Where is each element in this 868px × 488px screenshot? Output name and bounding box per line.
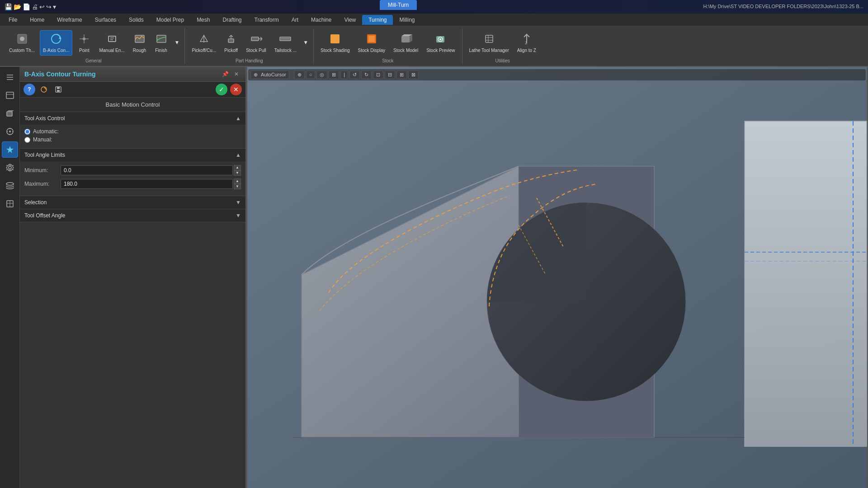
save-template-button[interactable] <box>52 84 64 95</box>
panel-title: B-Axis Contour Turning <box>24 70 96 78</box>
tab-home[interactable]: Home <box>24 15 51 25</box>
quick-access-toolbar[interactable]: 💾 📂 📄 🖨 ↩ ↪ ▾ <box>5 3 56 10</box>
tab-wireframe[interactable]: Wireframe <box>51 15 88 25</box>
ok-cancel-row: ✓ ✕ <box>216 84 242 95</box>
sidebar-icon-solids[interactable] <box>2 105 18 122</box>
tool-axis-control-toggle[interactable]: ▲ <box>236 115 241 122</box>
stock-pull-button[interactable]: Stock Pull <box>243 30 269 56</box>
stock-pull-label: Stock Pull <box>246 48 266 53</box>
vp-tool-9[interactable]: ⊞ <box>396 70 407 79</box>
align-to-z-icon: Z <box>520 33 533 47</box>
sidebar-icon-operations[interactable] <box>2 69 18 85</box>
tool-angle-limits-toggle[interactable]: ▲ <box>236 152 241 158</box>
tab-surfaces[interactable]: Surfaces <box>89 15 123 25</box>
tab-machine[interactable]: Machine <box>305 15 338 25</box>
autocursor-button[interactable]: ⊕ AutoCursor <box>250 70 289 79</box>
redo-icon[interactable]: ↪ <box>46 3 52 10</box>
pickoff-label: Pickoff <box>224 48 238 53</box>
tool-angle-limits-header[interactable]: Tool Angle Limits ▲ <box>20 149 245 161</box>
automatic-radio[interactable] <box>24 129 30 135</box>
svg-rect-16 <box>330 34 340 43</box>
autocursor-icon: ⊕ <box>254 72 258 77</box>
tab-turning[interactable]: Turning <box>362 15 393 25</box>
pin-icon[interactable]: 📌 <box>221 70 230 79</box>
close-panel-icon[interactable]: ✕ <box>232 70 241 79</box>
tool-offset-angle-header[interactable]: Tool Offset Angle ▼ <box>20 209 245 222</box>
cancel-button[interactable]: ✕ <box>230 84 242 95</box>
manual-radio[interactable] <box>24 137 30 143</box>
point-button[interactable]: Point <box>74 30 94 56</box>
ok-button[interactable]: ✓ <box>216 84 227 95</box>
vp-tool-8[interactable]: ⊟ <box>385 70 395 79</box>
selection-header[interactable]: Selection ▼ <box>20 196 245 209</box>
tab-file[interactable]: File <box>2 15 24 25</box>
manual-label: Manual: <box>33 136 52 143</box>
align-to-z-button[interactable]: Z Align to Z <box>514 30 539 56</box>
stock-display-button[interactable]: Stock Display <box>355 30 389 56</box>
b-axis-con-button[interactable]: B-Axis Con... <box>40 30 72 56</box>
sidebar-icon-layers[interactable] <box>2 178 18 194</box>
tab-milling[interactable]: Milling <box>393 15 421 25</box>
sidebar-icon-settings[interactable] <box>2 160 18 176</box>
tool-axis-control-header[interactable]: Tool Axis Control ▲ <box>20 112 245 125</box>
tailstock-button[interactable]: Tailstock ... <box>271 30 300 56</box>
svg-text:Z: Z <box>525 41 528 45</box>
undo-icon[interactable]: ↩ <box>39 3 45 10</box>
new-icon[interactable]: 📄 <box>23 3 30 10</box>
mill-turn-tab[interactable]: Mill-Turn <box>380 0 417 10</box>
minimum-spin-up[interactable]: ▲ <box>234 165 241 170</box>
save-icon[interactable]: 💾 <box>5 3 12 10</box>
stock-preview-button[interactable]: Stock Preview <box>423 30 458 56</box>
tab-mesh[interactable]: Mesh <box>190 15 216 25</box>
minimum-input-wrap: ▲ ▼ <box>61 165 241 176</box>
print-icon[interactable]: 🖨 <box>32 3 38 10</box>
general-group-label: General <box>6 57 181 63</box>
tab-view[interactable]: View <box>338 15 362 25</box>
sidebar-icon-active-tool[interactable] <box>2 141 18 158</box>
minimum-input[interactable] <box>61 165 233 175</box>
lathe-tool-manager-button[interactable]: Lathe Tool Manager <box>466 30 512 56</box>
tab-model-prep[interactable]: Model Prep <box>150 15 190 25</box>
svg-point-1 <box>20 37 24 41</box>
minimum-spin-down[interactable]: ▼ <box>234 170 241 176</box>
recalculate-button[interactable] <box>38 84 50 95</box>
pickoff-cu-button[interactable]: Pickoff/Cu... <box>189 30 219 56</box>
tool-offset-angle-toggle[interactable]: ▼ <box>236 212 241 219</box>
expand-part-handling-button[interactable]: ▼ <box>302 39 310 47</box>
finish-label: Finish <box>155 48 167 53</box>
vp-tool-5[interactable]: ↺ <box>349 70 360 79</box>
sidebar-icon-sheets[interactable] <box>2 196 18 212</box>
sidebar-icon-tools[interactable] <box>2 123 18 140</box>
vp-tool-2[interactable]: ○ <box>306 70 316 79</box>
tab-transform[interactable]: Transform <box>248 15 285 25</box>
stock-model-button[interactable]: Stock Model <box>390 30 421 56</box>
rough-button[interactable]: Rough <box>130 30 150 56</box>
vp-tool-6[interactable]: ↻ <box>361 70 372 79</box>
vp-tool-7[interactable]: ⊡ <box>373 70 383 79</box>
left-sidebar <box>0 67 20 488</box>
selection-toggle[interactable]: ▼ <box>236 199 241 206</box>
expand-general-button[interactable]: ▼ <box>173 39 181 47</box>
tab-art[interactable]: Art <box>285 15 305 25</box>
sidebar-icon-toolpaths[interactable] <box>2 87 18 103</box>
vp-tool-1[interactable]: ⊕ <box>294 70 305 79</box>
part-handling-group-label: Part Handling <box>189 57 310 63</box>
vp-tool-10[interactable]: ⊠ <box>408 70 419 79</box>
help-button[interactable]: ? <box>24 84 35 95</box>
minimum-row: Minimum: ▲ ▼ <box>24 165 241 176</box>
maximum-input[interactable] <box>61 179 233 189</box>
vp-tool-3[interactable]: ◎ <box>316 70 327 79</box>
manual-en-label: Manual En... <box>99 48 124 53</box>
vp-tool-4[interactable]: ⊞ <box>329 70 339 79</box>
maximum-spin-down[interactable]: ▼ <box>234 184 241 189</box>
custom-th-button[interactable]: Custom Th... <box>6 30 38 56</box>
maximum-spin-up[interactable]: ▲ <box>234 178 241 184</box>
open-icon[interactable]: 📂 <box>14 3 21 10</box>
manual-en-button[interactable]: Manual En... <box>96 30 127 56</box>
tab-solids[interactable]: Solids <box>123 15 150 25</box>
tab-drafting[interactable]: Drafting <box>216 15 248 25</box>
finish-button[interactable]: Finish <box>151 30 171 56</box>
stock-shading-button[interactable]: Stock Shading <box>317 30 353 56</box>
pickoff-button[interactable]: Pickoff <box>221 30 241 56</box>
more-icon[interactable]: ▾ <box>53 3 56 10</box>
